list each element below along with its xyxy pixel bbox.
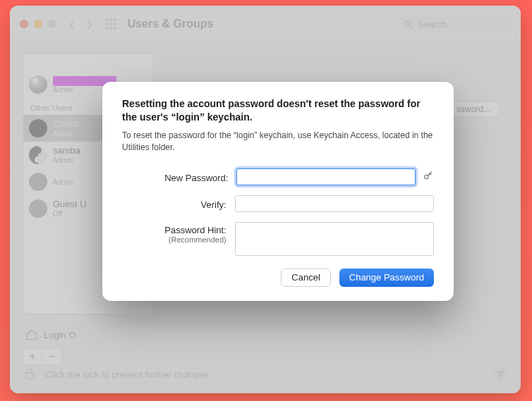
key-icon[interactable] bbox=[423, 170, 434, 184]
dialog-title: Resetting the account password doesn't r… bbox=[122, 97, 434, 124]
reset-password-dialog: Resetting the account password doesn't r… bbox=[102, 82, 454, 301]
verify-label: Verify: bbox=[122, 197, 235, 210]
dialog-subtitle: To reset the password for the “login” ke… bbox=[122, 130, 434, 154]
desktop-background: ‹ › Users & Groups Search Current User bbox=[0, 0, 532, 401]
hint-label-text: Password Hint: bbox=[164, 225, 226, 235]
users-groups-window: ‹ › Users & Groups Search Current User bbox=[10, 6, 521, 393]
new-password-row: New Password: bbox=[122, 168, 434, 185]
svg-point-3 bbox=[425, 175, 428, 178]
verify-row: Verify: bbox=[122, 195, 434, 212]
verify-input[interactable] bbox=[235, 195, 434, 212]
new-password-input[interactable] bbox=[236, 168, 416, 185]
change-password-button[interactable]: Change Password bbox=[339, 269, 434, 287]
cancel-button[interactable]: Cancel bbox=[281, 269, 330, 287]
hint-label: Password Hint: (Recommended) bbox=[122, 222, 235, 244]
dialog-actions: Cancel Change Password bbox=[122, 269, 434, 287]
new-password-label: New Password: bbox=[122, 170, 236, 183]
hint-row: Password Hint: (Recommended) bbox=[122, 222, 434, 256]
change-password-button-label: Change Password bbox=[349, 272, 424, 283]
hint-input[interactable] bbox=[235, 222, 434, 256]
cancel-button-label: Cancel bbox=[291, 272, 320, 283]
hint-label-sub: (Recommended) bbox=[122, 235, 226, 244]
